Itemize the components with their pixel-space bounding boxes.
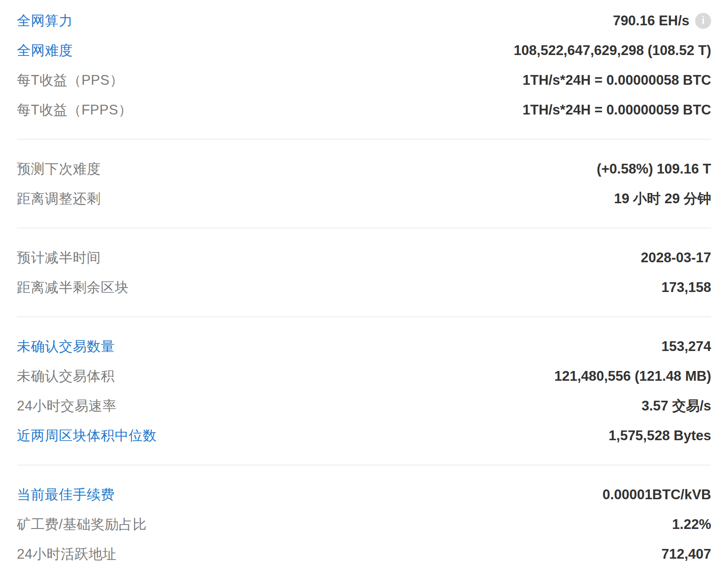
halving-date-label: 预计减半时间 [17, 249, 101, 267]
unconfirmed-tx-size-label: 未确认交易体积 [17, 367, 115, 386]
section-divider [17, 465, 711, 465]
network-hashrate-value: 790.16 EH/s [613, 13, 689, 29]
section-difficulty-adjustment: 预测下次难度 (+0.58%) 109.16 T 距离调整还剩 19 小时 29… [17, 154, 711, 213]
pps-earnings-label: 每T收益（PPS） [17, 71, 123, 90]
row-network-difficulty: 全网难度 108,522,647,629,298 (108.52 T) [17, 36, 711, 65]
tx-rate-24h-value: 3.57 交易/s [641, 397, 711, 415]
row-tx-rate-24h: 24小时交易速率 3.57 交易/s [17, 391, 711, 421]
row-next-difficulty: 预测下次难度 (+0.58%) 109.16 T [17, 154, 711, 184]
row-fpps-earnings: 每T收益（FPPS） 1TH/s*24H = 0.00000059 BTC [17, 95, 711, 125]
tx-rate-24h-label: 24小时交易速率 [17, 397, 116, 415]
fee-to-reward-ratio-value: 1.22% [672, 517, 711, 533]
pps-earnings-value: 1TH/s*24H = 0.00000058 BTC [522, 72, 711, 88]
network-hashrate-value-group: 790.16 EH/s i [613, 13, 711, 29]
row-fee-to-reward-ratio: 矿工费/基础奖励占比 1.22% [17, 509, 711, 539]
section-transactions: 未确认交易数量 153,274 未确认交易体积 121,480,556 (121… [17, 331, 711, 450]
network-difficulty-value: 108,522,647,629,298 (108.52 T) [514, 43, 711, 59]
active-addresses-24h-value: 712,407 [661, 546, 711, 562]
network-hashrate-label[interactable]: 全网算力 [17, 12, 73, 30]
unconfirmed-tx-count-label[interactable]: 未确认交易数量 [17, 337, 115, 356]
section-divider [17, 316, 711, 317]
time-to-adjustment-value: 19 小时 29 分钟 [614, 189, 711, 208]
active-addresses-24h-label: 24小时活跃地址 [17, 545, 116, 564]
row-halving-date: 预计减半时间 2028-03-17 [17, 243, 711, 272]
time-to-adjustment-label: 距离调整还剩 [17, 189, 101, 208]
fee-to-reward-ratio-label: 矿工费/基础奖励占比 [17, 515, 147, 534]
section-network: 全网算力 790.16 EH/s i 全网难度 108,522,647,629,… [17, 6, 711, 125]
halving-date-value: 2028-03-17 [641, 250, 711, 266]
best-fee-rate-label[interactable]: 当前最佳手续费 [17, 485, 115, 504]
best-fee-rate-value: 0.00001BTC/kVB [602, 487, 711, 503]
median-block-size-label[interactable]: 近两周区块体积中位数 [17, 426, 157, 445]
network-stats-panel: 全网算力 790.16 EH/s i 全网难度 108,522,647,629,… [0, 0, 728, 572]
row-blocks-until-halving: 距离减半剩余区块 173,158 [17, 272, 711, 302]
section-halving: 预计减半时间 2028-03-17 距离减半剩余区块 173,158 [17, 243, 711, 302]
unconfirmed-tx-count-value: 153,274 [661, 339, 711, 355]
blocks-until-halving-label: 距离减半剩余区块 [17, 278, 129, 297]
network-difficulty-label[interactable]: 全网难度 [17, 41, 73, 60]
next-difficulty-label: 预测下次难度 [17, 160, 101, 178]
info-icon[interactable]: i [695, 13, 711, 29]
section-divider [17, 228, 711, 229]
next-difficulty-value: (+0.58%) 109.16 T [597, 161, 711, 177]
row-best-fee-rate: 当前最佳手续费 0.00001BTC/kVB [17, 480, 711, 509]
median-block-size-value: 1,575,528 Bytes [609, 428, 711, 444]
blocks-until-halving-value: 173,158 [661, 280, 711, 296]
row-median-block-size: 近两周区块体积中位数 1,575,528 Bytes [17, 421, 711, 450]
fpps-earnings-label: 每T收益（FPPS） [17, 101, 132, 119]
section-divider [17, 139, 711, 140]
row-time-to-adjustment: 距离调整还剩 19 小时 29 分钟 [17, 184, 711, 213]
section-fees: 当前最佳手续费 0.00001BTC/kVB 矿工费/基础奖励占比 1.22% … [17, 480, 711, 569]
row-unconfirmed-tx-size: 未确认交易体积 121,480,556 (121.48 MB) [17, 361, 711, 391]
unconfirmed-tx-size-value: 121,480,556 (121.48 MB) [554, 368, 711, 384]
fpps-earnings-value: 1TH/s*24H = 0.00000059 BTC [522, 102, 711, 118]
row-active-addresses-24h: 24小时活跃地址 712,407 [17, 539, 711, 569]
row-unconfirmed-tx-count: 未确认交易数量 153,274 [17, 331, 711, 361]
row-pps-earnings: 每T收益（PPS） 1TH/s*24H = 0.00000058 BTC [17, 65, 711, 95]
row-network-hashrate: 全网算力 790.16 EH/s i [17, 6, 711, 36]
